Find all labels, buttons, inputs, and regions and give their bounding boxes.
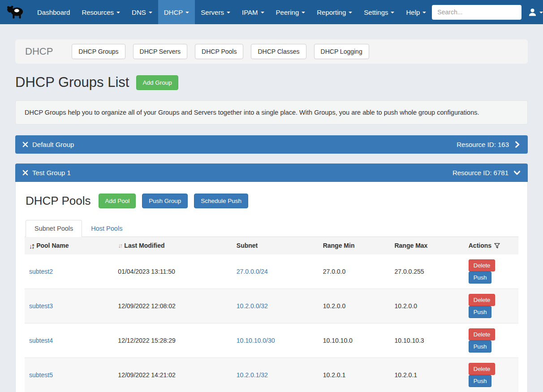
column-header-subnet: Subnet (232, 237, 319, 254)
last-modified-value: 12/09/2022 14:21:02 (118, 371, 175, 379)
caret-down-icon (185, 12, 189, 13)
push-pool-button[interactable]: Push (469, 375, 492, 387)
range-min-cell: 27.0.0.0 (319, 254, 390, 289)
toolbar-button-dhcp-pools[interactable]: DHCP Pools (195, 44, 243, 59)
subnet-link[interactable]: 27.0.0.0/24 (237, 268, 268, 275)
push-pool-button[interactable]: Push (469, 306, 492, 318)
user-menu-button[interactable] (528, 8, 543, 17)
subnet-link[interactable]: 10.2.0.1/32 (237, 371, 268, 379)
chevron-down-icon (513, 169, 521, 176)
nav-item-peering[interactable]: Peering (270, 0, 311, 24)
actions-cell: DeletePush (464, 358, 518, 392)
delete-pool-button[interactable]: Delete (469, 294, 496, 306)
last-modified-value: 12/12/2022 15:28:29 (118, 337, 175, 344)
toolbar-button-dhcp-logging[interactable]: DHCP Logging (314, 44, 369, 59)
group-body: DHCP Pools Add Pool Push Group Schedule … (15, 182, 528, 392)
user-icon (528, 8, 537, 17)
pool-row-subtest4: subtest412/12/2022 15:28:2910.10.10.0/30… (25, 323, 518, 358)
delete-pool-button[interactable]: Delete (469, 328, 496, 340)
add-group-button[interactable]: Add Group (136, 75, 178, 90)
push-group-button[interactable]: Push Group (142, 194, 188, 208)
toolbar-button-dhcp-groups[interactable]: DHCP Groups (72, 44, 125, 59)
dhcp-toolbar-buttons: DHCP GroupsDHCP ServersDHCP PoolsDHCP Cl… (72, 44, 369, 59)
subnet-link[interactable]: 10.10.10.0/30 (237, 337, 275, 344)
app-logo[interactable] (4, 4, 31, 20)
range-min-value: 10.2.0.1 (323, 371, 346, 379)
schedule-push-button[interactable]: Schedule Push (194, 194, 248, 208)
range-max-value: 10.10.10.3 (394, 337, 424, 344)
delete-pool-button[interactable]: Delete (469, 363, 496, 375)
search-input[interactable] (432, 5, 521, 20)
range-max-value: 10.2.0.0 (394, 302, 417, 310)
panda-logo-icon (6, 4, 25, 20)
pool-name-cell: subtest3 (25, 289, 113, 323)
range-max-value: 27.0.0.255 (394, 268, 424, 275)
column-header-pool-name[interactable]: ↓azPool Name (25, 237, 113, 254)
push-pool-button[interactable]: Push (469, 271, 492, 284)
nav-item-label: Servers (201, 9, 224, 16)
nav-item-label: Reporting (317, 9, 346, 16)
pool-name-link[interactable]: subtest3 (29, 302, 53, 310)
range-min-value: 10.2.0.0 (323, 302, 346, 310)
pool-name-link[interactable]: subtest5 (29, 371, 53, 379)
remove-group-icon[interactable] (22, 170, 28, 176)
group-header-default-group[interactable]: Default Group Resource ID: 163 (15, 135, 528, 154)
page-title: DHCP Groups List (15, 74, 129, 90)
subnet-cell: 10.2.0.1/32 (232, 358, 319, 392)
pool-name-link[interactable]: subtest2 (29, 268, 53, 275)
dhcp-toolbar: DHCP DHCP GroupsDHCP ServersDHCP PoolsDH… (15, 39, 528, 64)
subnet-cell: 10.2.0.0/32 (232, 289, 319, 323)
group-name: Default Group (32, 141, 74, 148)
range-min-value: 10.10.10.0 (323, 337, 353, 344)
range-min-cell: 10.2.0.0 (319, 289, 390, 323)
group-header-test-group-1[interactable]: Test Group 1 Resource ID: 6781 (15, 164, 528, 182)
chevron-right-icon (514, 141, 521, 148)
caret-down-icon (391, 12, 394, 13)
subnet-link[interactable]: 10.2.0.0/32 (237, 302, 268, 310)
subnet-cell: 10.10.10.0/30 (232, 323, 319, 358)
pool-row-subtest2: subtest201/04/2023 13:11:5027.0.0.0/2427… (25, 254, 518, 289)
column-header-range-max: Range Max (390, 237, 464, 254)
last-modified-cell: 12/09/2022 12:08:02 (113, 289, 232, 323)
column-header-actions: Actions (464, 237, 518, 254)
remove-group-icon[interactable] (22, 142, 28, 147)
last-modified-value: 12/09/2022 12:08:02 (118, 302, 175, 310)
nav-item-label: IPAM (242, 9, 258, 16)
tab-subnet-pools[interactable]: Subnet Pools (26, 220, 82, 237)
nav-item-dns[interactable]: DNS (126, 0, 158, 24)
nav-item-reporting[interactable]: Reporting (311, 0, 358, 24)
filter-icon[interactable] (494, 243, 500, 249)
range-min-value: 27.0.0.0 (323, 268, 346, 275)
nav-item-resources[interactable]: Resources (76, 0, 126, 24)
pool-name-link[interactable]: subtest4 (29, 337, 53, 344)
last-modified-cell: 12/12/2022 15:28:29 (113, 323, 232, 358)
add-pool-button[interactable]: Add Pool (99, 194, 136, 208)
toolbar-button-dhcp-servers[interactable]: DHCP Servers (133, 44, 188, 59)
caret-down-icon (302, 12, 305, 13)
nav-item-help[interactable]: Help (400, 0, 432, 24)
description-well: DHCP Groups help you to organize all of … (15, 100, 528, 125)
nav-item-dhcp[interactable]: DHCP (158, 0, 195, 24)
caret-down-icon (227, 12, 230, 13)
nav-item-label: Settings (364, 9, 388, 16)
actions-cell: DeletePush (464, 289, 518, 323)
column-header-last-modified[interactable]: ↓↑Last Modified (113, 237, 232, 254)
push-pool-button[interactable]: Push (469, 340, 492, 353)
nav-item-servers[interactable]: Servers (195, 0, 236, 24)
pools-head: DHCP Pools Add Pool Push Group Schedule … (25, 194, 518, 208)
pool-name-cell: subtest5 (25, 358, 113, 392)
nav-item-label: Peering (276, 9, 299, 16)
delete-pool-button[interactable]: Delete (469, 259, 496, 271)
caret-down-icon (149, 12, 152, 13)
tab-host-pools[interactable]: Host Pools (82, 220, 131, 237)
pool-row-subtest3: subtest312/09/2022 12:08:0210.2.0.0/3210… (25, 289, 518, 323)
column-header-range-min: Range Min (319, 237, 390, 254)
group-panel-test-group-1: Test Group 1 Resource ID: 6781 DHCP Pool… (15, 164, 528, 392)
nav-item-ipam[interactable]: IPAM (236, 0, 270, 24)
top-navbar: DashboardResourcesDNSDHCPServersIPAMPeer… (0, 0, 543, 24)
nav-item-label: Dashboard (37, 9, 70, 16)
pool-name-cell: subtest4 (25, 323, 113, 358)
nav-item-settings[interactable]: Settings (358, 0, 400, 24)
toolbar-button-dhcp-classes[interactable]: DHCP Classes (251, 44, 306, 59)
nav-item-dashboard[interactable]: Dashboard (31, 0, 76, 24)
